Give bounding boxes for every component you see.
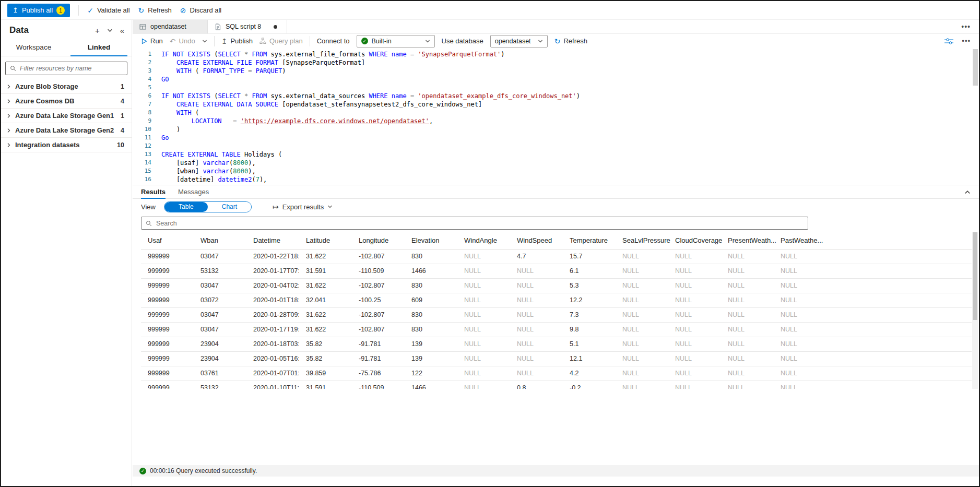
line-number: 5 (133, 84, 151, 92)
code-line[interactable]: 6IF NOT EXISTS (SELECT * FROM sys.extern… (133, 92, 979, 100)
table-row[interactable]: 999999030472020-01-28T09:...31.622-102.8… (141, 307, 972, 322)
tab-linked[interactable]: Linked (66, 40, 132, 56)
column-header[interactable]: WindSpeed (510, 232, 563, 249)
editor-refresh-button[interactable]: ↻ Refresh (554, 37, 587, 45)
table-cell: 39.859 (299, 366, 352, 381)
results-search-input[interactable] (156, 220, 804, 227)
code-line[interactable]: 5 (133, 84, 979, 92)
filter-resources-input[interactable] (20, 65, 123, 72)
tab-workspace[interactable]: Workspace (1, 40, 66, 56)
code-line[interactable]: 13CREATE EXTERNAL TABLE Holidays ( (133, 150, 979, 159)
publish-all-button[interactable]: ↥ Publish all 1 (7, 4, 70, 17)
column-header[interactable]: Longitude (352, 232, 405, 249)
column-header[interactable]: SeaLvlPressure (616, 232, 668, 249)
table-cell: NULL (510, 264, 563, 278)
validate-all-button[interactable]: ✓ Validate all (87, 6, 129, 14)
tree-item-integration-datasets[interactable]: Integration datasets10 (1, 138, 132, 152)
undo-button[interactable]: ↶ Undo (170, 37, 195, 45)
sql-code-editor[interactable]: 1IF NOT EXISTS (SELECT * FROM sys.extern… (133, 48, 979, 185)
use-database-dropdown[interactable]: opendataset (490, 35, 548, 47)
table-cell: 23904 (194, 351, 246, 366)
code-line[interactable]: 9 LOCATION = 'https://example.dfs.core.w… (133, 117, 979, 125)
column-header[interactable]: CloudCoverage (668, 232, 721, 249)
tree-item-azure-data-lake-storage-gen1[interactable]: Azure Data Lake Storage Gen11 (1, 109, 132, 123)
chevron-right-icon[interactable] (6, 99, 11, 104)
code-line[interactable]: 10 ) (133, 125, 979, 134)
table-row[interactable]: 999999030472020-01-22T18:...31.622-102.8… (141, 249, 972, 264)
add-icon[interactable]: + (95, 26, 100, 35)
code-line[interactable]: 7 CREATE EXTERNAL DATA SOURCE [opendatas… (133, 100, 979, 109)
table-cell: 999999 (141, 322, 194, 337)
more-ellipsis-icon[interactable]: ••• (962, 37, 971, 45)
tab-sql-script-8[interactable]: SQL script 8 (208, 20, 287, 33)
publish-button[interactable]: ↥ Publish (221, 37, 253, 45)
refresh-button[interactable]: ↻ Refresh (138, 6, 172, 14)
editor-scrollbar-thumb[interactable] (973, 49, 978, 86)
table-row[interactable]: 999999531322020-01-10T11:...31.591-110.5… (141, 381, 972, 389)
column-header[interactable]: Usaf (141, 232, 194, 249)
query-plan-button[interactable]: Query plan (259, 37, 303, 45)
table-cell: NULL (668, 366, 721, 381)
line-number: 13 (133, 150, 151, 159)
code-line[interactable]: 15 [wban] varchar(8000), (133, 167, 979, 175)
chevron-right-icon[interactable] (6, 142, 11, 148)
code-text: Go (151, 134, 169, 142)
tab-results[interactable]: Results (141, 185, 166, 198)
actions-chevron-icon[interactable] (107, 28, 113, 33)
table-cell: NULL (510, 278, 563, 293)
table-row[interactable]: 999999030722020-01-01T18:...32.041-100.2… (141, 293, 972, 307)
discard-all-button[interactable]: ⊘ Discard all (180, 6, 221, 14)
tab-messages[interactable]: Messages (178, 185, 209, 198)
column-header[interactable]: Datetime (246, 232, 299, 249)
table-row[interactable]: 999999030472020-01-04T02:...31.622-102.8… (141, 278, 972, 293)
column-header[interactable]: WindAngle (457, 232, 510, 249)
table-row[interactable]: 999999531322020-01-17T07:...31.591-110.5… (141, 264, 972, 278)
tree-item-azure-data-lake-storage-gen2[interactable]: Azure Data Lake Storage Gen24 (1, 123, 132, 138)
code-line[interactable]: 3 WITH ( FORMAT_TYPE = PARQUET) (133, 67, 979, 75)
chevron-right-icon[interactable] (6, 113, 11, 118)
undo-dropdown-chevron-icon[interactable] (202, 39, 207, 44)
connected-check-icon: ✓ (361, 38, 368, 44)
table-cell: NULL (616, 307, 668, 322)
table-row[interactable]: 999999239042020-01-18T03:...35.82-91.781… (141, 337, 972, 351)
column-header[interactable]: Elevation (405, 232, 457, 249)
code-line[interactable]: 4GO (133, 75, 979, 84)
results-scrollbar[interactable] (972, 232, 978, 389)
results-scrollbar-thumb[interactable] (973, 232, 977, 320)
chevron-right-icon[interactable] (6, 128, 11, 133)
code-line[interactable]: 1IF NOT EXISTS (SELECT * FROM sys.extern… (133, 50, 979, 58)
table-cell: NULL (774, 322, 972, 337)
code-line[interactable]: 8 WITH ( (133, 109, 979, 117)
table-row[interactable]: 999999037612020-01-07T01:...39.859-75.78… (141, 366, 972, 381)
column-header[interactable]: Latitude (299, 232, 352, 249)
export-results-button[interactable]: ↦ Export results (273, 203, 333, 211)
code-line[interactable]: 11Go (133, 134, 979, 142)
settings-sliders-icon[interactable] (944, 38, 953, 45)
tab-opendataset[interactable]: opendataset (133, 20, 208, 33)
table-row[interactable]: 999999030472020-01-17T19:...31.622-102.8… (141, 322, 972, 337)
tree-item-azure-blob-storage[interactable]: Azure Blob Storage1 (1, 79, 132, 94)
column-header[interactable]: PastWeathe... (774, 232, 972, 249)
editor-scrollbar[interactable] (972, 48, 979, 185)
line-number: 16 (133, 175, 151, 184)
chevron-right-icon[interactable] (6, 84, 11, 89)
collapse-results-chevron-up-icon[interactable] (964, 189, 971, 195)
column-header[interactable]: Wban (194, 232, 246, 249)
collapse-panel-icon[interactable]: « (120, 26, 124, 35)
connect-to-dropdown[interactable]: ✓ Built-in (357, 35, 435, 47)
code-line[interactable]: 14 [usaf] varchar(8000), (133, 159, 979, 167)
code-line[interactable]: 12 (133, 142, 979, 150)
tab-overflow-ellipsis-icon[interactable]: ••• (953, 20, 979, 33)
table-row[interactable]: 999999239042020-01-05T16:...35.82-91.781… (141, 351, 972, 366)
line-number: 9 (133, 117, 151, 125)
code-line[interactable]: 16 [datetime] datetime2(7), (133, 175, 979, 184)
table-cell: NULL (668, 307, 721, 322)
tree-item-azure-cosmos-db[interactable]: Azure Cosmos DB4 (1, 94, 132, 109)
view-table-toggle[interactable]: Table (164, 202, 208, 212)
table-cell: 999999 (141, 381, 194, 389)
run-button[interactable]: Run (141, 37, 163, 45)
code-line[interactable]: 2 CREATE EXTERNAL FILE FORMAT [SynapsePa… (133, 58, 979, 67)
column-header[interactable]: PresentWeath... (721, 232, 774, 249)
column-header[interactable]: Temperature (563, 232, 616, 249)
view-chart-toggle[interactable]: Chart (208, 202, 251, 212)
